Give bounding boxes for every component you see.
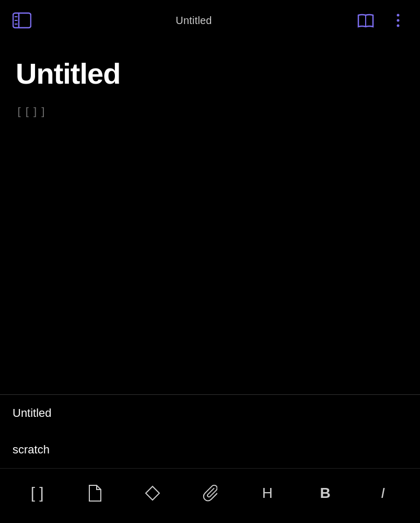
attachment-icon [203, 485, 217, 502]
more-options-button[interactable] [387, 9, 410, 32]
navbar-left [10, 9, 33, 32]
bottom-toolbar: [ ] H B I [0, 468, 420, 523]
navbar-title: Untitled [176, 15, 212, 27]
italic-button[interactable]: I [369, 479, 397, 507]
navbar: Untitled [0, 0, 420, 41]
page-button[interactable] [80, 479, 109, 507]
tag-button[interactable] [138, 479, 167, 507]
bracket-icon: [ ] [31, 485, 44, 501]
template-placeholder: [[]] [16, 105, 404, 118]
heading-button[interactable]: H [253, 479, 282, 507]
tag-icon [145, 485, 160, 501]
navbar-right [354, 9, 410, 32]
bold-icon: B [320, 486, 330, 501]
bottom-list: Untitled scratch [0, 395, 420, 468]
attachment-button[interactable] [196, 479, 224, 507]
document-title[interactable]: Untitled [16, 56, 404, 90]
more-icon [396, 13, 400, 28]
svg-point-8 [396, 25, 399, 27]
page-icon [88, 485, 101, 502]
heading-icon: H [262, 486, 273, 501]
sidebar-toggle-button[interactable] [10, 9, 33, 32]
bracket-button[interactable]: [ ] [23, 479, 51, 507]
bottom-panel: Untitled scratch [ ] H B [0, 395, 420, 523]
sidebar-icon [13, 12, 31, 29]
svg-point-7 [396, 19, 399, 22]
bold-button[interactable]: B [311, 479, 340, 507]
book-button[interactable] [354, 9, 377, 32]
book-icon [357, 13, 375, 28]
main-content: Untitled [[]] [0, 41, 420, 394]
list-item-scratch[interactable]: scratch [0, 431, 420, 468]
list-item-untitled[interactable]: Untitled [0, 395, 420, 431]
italic-icon: I [381, 486, 385, 501]
svg-point-6 [396, 14, 399, 17]
